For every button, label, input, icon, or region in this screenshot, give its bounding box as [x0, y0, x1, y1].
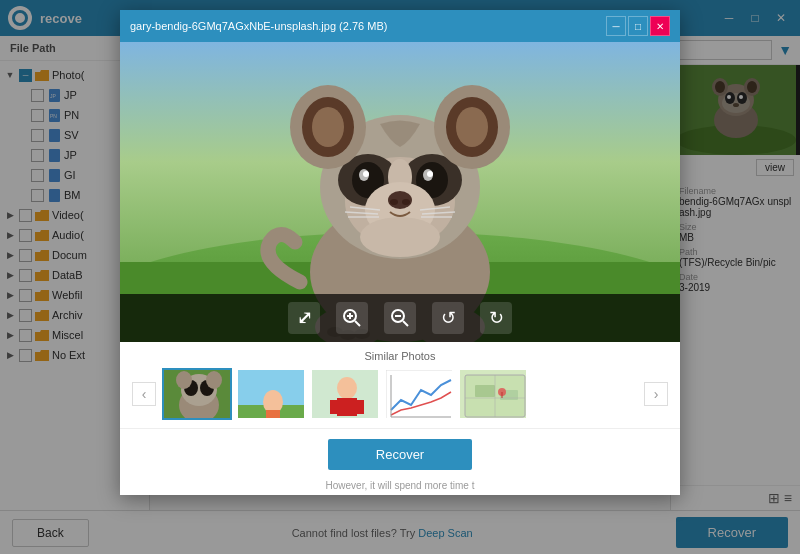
strip-thumb-3[interactable] — [310, 368, 380, 420]
svg-point-78 — [337, 377, 357, 399]
svg-point-72 — [206, 371, 222, 389]
svg-point-58 — [360, 217, 440, 257]
strip-next-button[interactable]: › — [644, 382, 668, 406]
rotate-right-button[interactable]: ↻ — [480, 302, 512, 334]
modal-recover-button[interactable]: Recover — [328, 439, 472, 470]
strip-thumb-1[interactable] — [162, 368, 232, 420]
svg-point-40 — [402, 199, 410, 205]
similar-photos-section: Similar Photos ‹ — [120, 342, 680, 428]
svg-point-52 — [456, 107, 488, 147]
modal-title: gary-bendig-6GMq7AGxNbE-unsplash.jpg (2.… — [130, 20, 606, 32]
similar-photos-label: Similar Photos — [132, 350, 668, 362]
app-window: recove ─ □ ✕ File Path ▼ ─ Photo( — [0, 0, 800, 554]
modal-minimize-button[interactable]: ─ — [606, 16, 626, 36]
svg-line-64 — [403, 321, 408, 326]
svg-point-36 — [427, 171, 433, 177]
modal-win-controls: ─ □ ✕ — [606, 16, 670, 36]
zoom-out-button[interactable] — [384, 302, 416, 334]
svg-point-49 — [312, 107, 344, 147]
strip-thumb-2[interactable] — [236, 368, 306, 420]
svg-rect-76 — [266, 410, 280, 420]
modal-toolbar: ⤢ ↺ ↻ — [120, 294, 680, 342]
modal-overlay: gary-bendig-6GMq7AGxNbE-unsplash.jpg (2.… — [0, 0, 800, 554]
strip-images — [162, 368, 638, 420]
svg-line-60 — [355, 321, 360, 326]
modal-footer-text: However, it will spend more time t — [120, 480, 680, 495]
svg-point-71 — [176, 371, 192, 389]
modal-close-button[interactable]: ✕ — [650, 16, 670, 36]
modal-recover-area: Recover — [120, 428, 680, 480]
svg-rect-87 — [475, 385, 495, 397]
svg-rect-81 — [356, 400, 364, 414]
modal-image-area: ⤢ ↺ ↻ — [120, 42, 680, 342]
svg-point-39 — [390, 199, 398, 205]
strip-prev-button[interactable]: ‹ — [132, 382, 156, 406]
modal-maximize-button[interactable]: □ — [628, 16, 648, 36]
zoom-in-button[interactable] — [336, 302, 368, 334]
similar-photos-strip: ‹ — [132, 368, 668, 420]
rotate-left-button[interactable]: ↺ — [432, 302, 464, 334]
strip-thumb-4[interactable] — [384, 368, 454, 420]
svg-point-35 — [363, 171, 369, 177]
strip-thumb-5[interactable] — [458, 368, 528, 420]
fit-window-button[interactable]: ⤢ — [288, 302, 320, 334]
svg-rect-80 — [330, 400, 338, 414]
preview-modal: gary-bendig-6GMq7AGxNbE-unsplash.jpg (2.… — [120, 10, 680, 495]
svg-rect-79 — [337, 398, 357, 416]
modal-titlebar: gary-bendig-6GMq7AGxNbE-unsplash.jpg (2.… — [120, 10, 680, 42]
